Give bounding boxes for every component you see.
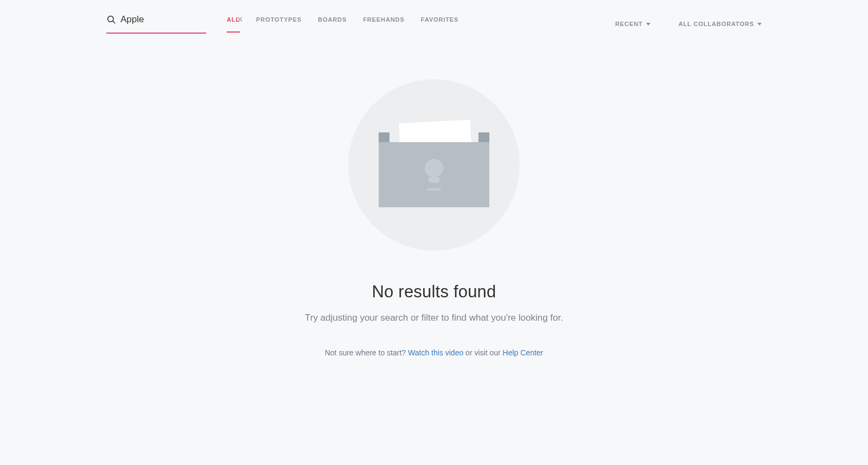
search-input[interactable] [120,14,235,25]
search-field[interactable]: ✕ [106,14,206,34]
empty-illustration [348,79,520,251]
help-center-link[interactable]: Help Center [503,348,544,357]
project-type-tabs: ALL PROTOTYPES BOARDS FREEHANDS FAVORITE… [227,16,458,31]
top-bar: ✕ ALL PROTOTYPES BOARDS FREEHANDS FAVORI… [0,0,868,36]
tab-favorites[interactable]: FAVORITES [421,16,459,31]
empty-state: No results found Try adjusting your sear… [0,79,868,357]
sort-label: RECENT [615,21,643,27]
chevron-down-icon [646,23,650,26]
sort-dropdown[interactable]: RECENT [615,21,650,27]
help-mid: or visit our [463,348,502,357]
tab-prototypes[interactable]: PROTOTYPES [256,16,302,31]
filter-controls: RECENT ALL COLLABORATORS [615,21,762,27]
chevron-down-icon [757,23,762,26]
empty-title: No results found [372,282,496,302]
collaborators-label: ALL COLLABORATORS [679,21,754,27]
search-icon [106,15,116,24]
tab-boards[interactable]: BOARDS [318,16,347,31]
collaborators-dropdown[interactable]: ALL COLLABORATORS [679,21,762,27]
watch-video-link[interactable]: Watch this video [408,348,463,357]
tab-freehands[interactable]: FREEHANDS [363,16,405,31]
help-line: Not sure where to start? Watch this vide… [325,348,544,357]
tab-all[interactable]: ALL [227,16,240,31]
svg-line-1 [113,21,115,23]
help-prefix: Not sure where to start? [325,348,408,357]
lightbulb-icon [425,159,443,177]
empty-subtitle: Try adjusting your search or filter to f… [305,313,563,323]
